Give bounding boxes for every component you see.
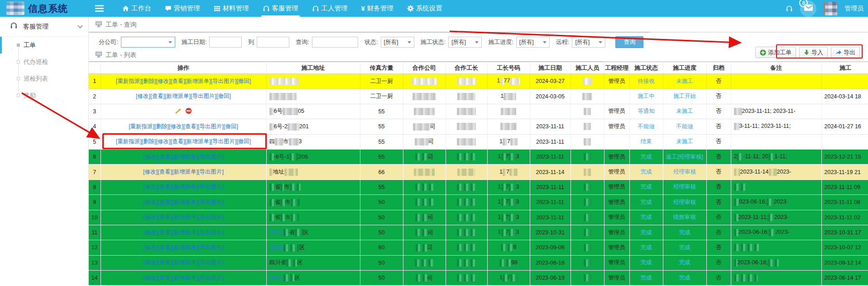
toolbar-button-2[interactable]: 导入 [799, 47, 828, 58]
op-link[interactable]: [查看] [158, 154, 172, 160]
op-link[interactable]: [撤回] [236, 78, 251, 84]
op-link[interactable]: [修改] [143, 214, 158, 220]
op-link[interactable]: [导出图片] [198, 169, 224, 175]
progress-link[interactable]: 绩效审核 [673, 214, 696, 220]
status-link[interactable]: 完成 [641, 154, 652, 160]
op-link[interactable]: [修改] [143, 184, 158, 190]
status-link[interactable]: 完成 [641, 184, 652, 190]
op-link[interactable]: [新增派单] [172, 259, 198, 266]
progress-link[interactable]: 经理审核 [673, 184, 696, 190]
op-link[interactable]: [查看] [158, 184, 172, 190]
op-link[interactable]: [新增派单] [172, 244, 198, 251]
op-link[interactable]: [撤回] [216, 93, 231, 99]
nav-item-6[interactable]: ¥财务管理 [355, 0, 400, 17]
messages-button[interactable]: 8 [800, 0, 816, 17]
query-button[interactable]: 查询 [615, 36, 643, 48]
op-link[interactable]: [查看] [158, 169, 172, 175]
pencil-icon[interactable] [175, 107, 182, 114]
op-link[interactable]: [查看] [158, 244, 172, 251]
op-link[interactable]: [导出图片] [198, 199, 224, 205]
status-link[interactable]: 施工中 [638, 93, 655, 99]
sidebar-item-4[interactable]: 奖励 [0, 87, 88, 104]
op-link[interactable]: [修改] [143, 154, 158, 160]
status-link[interactable]: 等通知 [638, 108, 655, 114]
nav-item-3[interactable]: 材料管理 [207, 0, 256, 17]
sidebar-item-1[interactable]: 工单 [0, 37, 88, 53]
op-link[interactable]: [导出图片] [198, 154, 224, 160]
op-link[interactable]: [新增派单] [185, 78, 211, 84]
progress-link[interactable]: 不能做 [676, 123, 693, 130]
op-link[interactable]: [导出图片] [198, 214, 224, 220]
status-link[interactable]: 待接收 [638, 78, 655, 84]
op-link[interactable]: [重新指派] [129, 123, 154, 130]
op-link[interactable]: [修改] [136, 93, 150, 99]
op-link[interactable]: [修改] [156, 78, 171, 84]
progress-link[interactable]: 施工开始 [673, 93, 696, 99]
status-link[interactable]: 完成 [641, 214, 652, 220]
nav-item-7[interactable]: 系统设置 [400, 0, 449, 17]
op-link[interactable]: [修改] [143, 244, 158, 251]
op-link[interactable]: [查看] [150, 93, 165, 99]
status-link[interactable]: 完成 [641, 275, 652, 281]
op-link[interactable]: [查看] [158, 229, 172, 236]
status-link[interactable]: 不能做 [638, 123, 655, 130]
nav-item-2[interactable]: 营销管理 [158, 0, 207, 17]
op-link[interactable]: [修改] [143, 275, 158, 281]
op-link[interactable]: [新增派单] [172, 169, 198, 175]
op-link[interactable]: [查看] [171, 138, 185, 145]
op-link[interactable]: [导出图片] [198, 244, 224, 251]
progress-link[interactable]: 经理审核 [673, 199, 696, 205]
search-input[interactable] [312, 37, 358, 48]
op-link[interactable]: [新增派单] [172, 184, 198, 190]
progress-link[interactable]: 返工[经理审核] [666, 154, 703, 160]
op-link[interactable]: [新增派单] [172, 214, 198, 220]
status-link[interactable]: 完成 [641, 169, 652, 175]
op-link[interactable]: [查看] [158, 214, 172, 220]
op-link[interactable]: [修改] [143, 229, 158, 236]
progress-link[interactable]: 完成 [679, 275, 691, 281]
op-link[interactable]: [新增派单] [172, 275, 198, 281]
op-link[interactable]: [导出图片] [211, 138, 236, 145]
status-link[interactable]: 完成 [641, 199, 652, 205]
op-link[interactable]: [修改] [143, 169, 158, 175]
sidebar-section-customer-service[interactable]: 客服管理 [0, 17, 88, 37]
op-link[interactable]: [删除] [154, 123, 169, 130]
op-link[interactable]: [新增派单] [165, 93, 191, 99]
status-link[interactable]: 完成 [641, 244, 652, 251]
op-link[interactable]: [撤回] [224, 123, 238, 130]
op-link[interactable]: [修改] [143, 259, 158, 266]
construction-status-select[interactable]: [所有] [448, 37, 482, 48]
progress-select[interactable]: [所有] [516, 37, 550, 48]
support-headset-icon[interactable] [786, 5, 793, 12]
status-select[interactable]: [所有] [381, 37, 414, 48]
progress-link[interactable]: 未施工 [676, 138, 693, 145]
progress-link[interactable]: 未施工 [676, 78, 693, 84]
progress-link[interactable]: 完成 [679, 259, 691, 266]
op-link[interactable]: [新增派单] [172, 154, 198, 160]
op-link[interactable]: [查看] [171, 78, 185, 84]
op-link[interactable]: [查看] [158, 199, 172, 205]
op-link[interactable]: [导出图片] [198, 259, 224, 266]
op-link[interactable]: [新增派单] [172, 229, 198, 236]
nav-item-1[interactable]: 工作台 [115, 0, 158, 17]
status-link[interactable]: 结束 [641, 138, 652, 145]
op-link[interactable]: [导出图片] [198, 275, 224, 281]
op-link[interactable]: [导出图片] [198, 229, 224, 236]
progress-link[interactable]: 完成 [679, 244, 691, 251]
hamburger-menu-icon[interactable] [95, 4, 104, 13]
op-link[interactable]: [导出图片] [191, 93, 216, 99]
op-link[interactable]: [重新指派] [116, 138, 142, 145]
op-link[interactable]: [新增派单] [185, 138, 211, 145]
date-from-input[interactable] [209, 37, 242, 48]
nav-item-5[interactable]: 工人管理 [305, 0, 355, 17]
avatar[interactable] [824, 2, 837, 15]
op-link[interactable]: [修改] [169, 123, 183, 130]
op-link[interactable]: [修改] [156, 138, 171, 145]
toolbar-button-3[interactable]: 导出 [831, 47, 860, 58]
sidebar-item-3[interactable]: 巡检列表 [0, 70, 88, 87]
op-link[interactable]: [导出图片] [211, 78, 236, 84]
progress-link[interactable]: 经理审核 [673, 169, 696, 175]
op-link[interactable]: [删除] [142, 138, 156, 145]
status-link[interactable]: 完成 [641, 229, 652, 236]
op-link[interactable]: [查看] [183, 123, 198, 130]
